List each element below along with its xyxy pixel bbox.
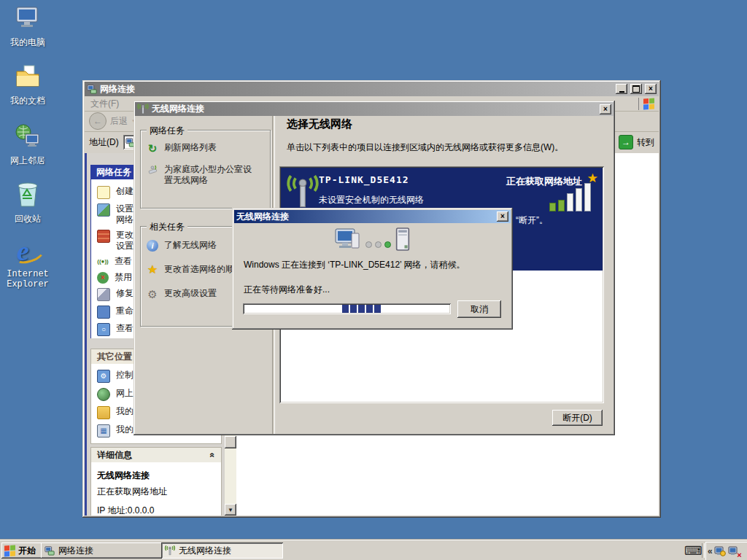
taskbar-button-label: 网络连接 [58,545,93,557]
network-tasks-header-label: 网络任务 [96,166,131,179]
connection-dot-active [384,241,391,248]
control-panel-icon: ⚙ [97,370,110,383]
task-label: 更改 设置 [116,230,133,252]
network-window-titlebar[interactable]: 网络连接 × [85,82,659,96]
desktop-icon-label: Internet Explorer [3,269,53,289]
my-documents-icon [14,63,42,90]
back-arrow-icon: ← [93,116,102,126]
connection-dot [375,241,382,248]
network-status-icon [714,545,726,557]
network-security: 未设置安全机制的无线网络 [319,194,424,206]
taskbar-button-network-connections[interactable]: 网络连接 [41,542,166,559]
connecting-dialog: 无线网络连接 × Windows 正在连接到 ‘TP-LINK_D5E412’ … [232,208,513,330]
scroll-down-icon: ▼ [228,507,233,513]
go-button[interactable]: → 转到 [619,135,654,149]
place-label: 我的 [116,424,133,435]
menu-file[interactable]: 文件(F) [85,98,125,110]
my-computer-icon [14,4,42,32]
group-label: 网络任务 [147,125,187,137]
network-window-title: 网络连接 [100,83,613,96]
my-computer-icon: ▦ [97,424,110,438]
start-button-label: 开始 [18,545,36,557]
signal-strength-icon [549,184,591,211]
rename-icon [97,306,110,319]
close-button[interactable]: × [645,84,657,94]
scrollbar-thumb[interactable] [225,436,236,448]
desktop-icon-label: 我的电脑 [3,36,53,49]
taskbar-button-wireless-connection[interactable]: 无线网络连接 [161,542,283,559]
progress-bar [243,303,451,314]
order-label: 更改首选网络的顺序 [164,264,243,275]
wireless-antenna-icon [165,545,175,556]
close-icon: × [500,213,505,220]
desktop-icon-network-places[interactable]: 网上邻居 [3,122,53,167]
address-label: 地址(D) [89,136,119,149]
back-button[interactable]: ← [89,112,107,130]
task-label: 禁用 [115,272,132,283]
desktop-icon-recycle-bin[interactable]: 回收站 [3,179,53,225]
wireless-window-title: 无线网络连接 [152,103,597,115]
disable-icon: × [97,272,109,284]
refresh-label: 刷新网络列表 [164,142,217,153]
input-method-keyboard-icon[interactable]: ⌨ [684,543,703,559]
other-places-header-label: 其它位置 [97,351,132,363]
wireless-antenna-icon [137,104,149,114]
recycle-bin-icon [14,179,42,209]
start-button[interactable]: 开始 [1,542,44,559]
group-label: 相关任务 [147,221,187,233]
desktop-icon-label: 网上邻居 [3,155,53,167]
network-connections-icon [87,84,97,94]
cancel-button-label: 取消 [471,303,488,316]
windows-logo-icon [638,98,659,110]
refresh-network-list-link[interactable]: ↻ 刷新网络列表 [147,142,264,154]
taskbar: 开始 网络连接 无线网络连接 ⌨ « × [0,540,747,560]
minimize-button[interactable] [616,84,627,94]
details-panel: 详细信息 « 无线网络连接 正在获取网络地址 IP 地址:0.0.0.0 子网掩… [90,447,222,516]
dialog-status: 正在等待网络准备好... [244,284,330,296]
learn-label: 了解无线网络 [164,240,217,251]
wireless-antenna-icon: ((●)) [97,256,109,268]
tray-network-disconnected-icon[interactable]: × [728,545,740,557]
close-icon: × [603,106,608,113]
details-connection-name: 无线网络连接 [97,470,215,482]
go-button-label: 转到 [637,136,654,149]
tray-network-icon[interactable] [714,545,727,557]
details-ip: IP 地址:0.0.0.0 [97,505,215,516]
place-label: 我的 [116,406,133,417]
desktop-icon-my-computer[interactable]: 我的电脑 [3,4,53,49]
network-places-icon [14,122,42,150]
connection-dot [365,241,372,248]
firewall-icon [97,230,110,243]
taskbar-button-label: 无线网络连接 [179,545,231,557]
scroll-down-button[interactable]: ▼ [225,504,236,516]
setup-home-network-link[interactable]: 为家庭或小型办公室设 置无线网络 [147,164,264,186]
task-label: 创建 [116,186,133,197]
wireless-close-button[interactable]: × [600,104,611,114]
dialog-titlebar[interactable]: 无线网络连接 × [234,210,511,223]
wireless-window-titlebar[interactable]: 无线网络连接 × [135,102,614,116]
server-icon [395,225,410,253]
disconnect-button[interactable]: 断开(D) [552,410,603,426]
task-label: 重命 [116,306,133,316]
choose-network-description: 单击以下列表中的项目以连接到区域内的无线网络或获得更多信息(W)。 [287,141,563,154]
task-label: 查看 [116,323,133,334]
maximize-button[interactable] [630,84,642,94]
star-icon: ★ [147,264,158,276]
wireless-network-tasks-group: 网络任务 ↻ 刷新网络列表 为家庭或小型办公室设 置无线网络 [140,130,271,209]
dialog-close-button[interactable]: × [497,211,508,222]
place-label: 控制 [116,370,133,381]
choose-network-heading: 选择无线网络 [287,117,352,131]
setup-label: 为家庭或小型办公室设 置无线网络 [164,164,252,186]
desktop-icon-internet-explorer[interactable]: e Internet Explorer [3,238,53,289]
collapse-chevron-icon[interactable]: « [208,453,218,458]
gear-icon: ⚙ [147,288,158,300]
info-icon: i [147,240,158,252]
desktop-icon-my-documents[interactable]: 我的文档 [3,63,53,107]
start-flag-icon [4,545,15,556]
details-header[interactable]: 详细信息 « [90,447,222,462]
tray-chevron-icon[interactable]: « [708,546,713,556]
advanced-label: 更改高级设置 [164,288,217,299]
disconnect-text-fragment: “断开”。 [516,214,548,227]
cancel-button[interactable]: 取消 [457,300,501,318]
setup-network-icon [97,203,110,217]
